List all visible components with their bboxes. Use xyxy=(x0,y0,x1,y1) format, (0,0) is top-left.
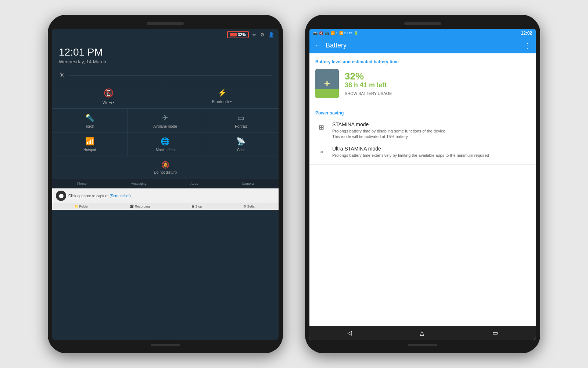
capture-bar: ⬤ Click app icon to capture (Screenshot) xyxy=(52,188,279,203)
brightness-icon: ☀ xyxy=(59,71,65,79)
back-nav-icon[interactable]: ◁ xyxy=(347,329,352,336)
right-phone-screen: 📷 🔇 📺 📶 1 📶 2 LTE 🔋 12:02 ← Battery ⋮ Ba… xyxy=(309,29,536,340)
cast-label: Cast xyxy=(237,148,245,152)
stamina-mode-item[interactable]: ⊞ STAMINA mode Prolongs battery time by … xyxy=(315,118,530,143)
mobile-data-icon: 🌐 xyxy=(161,137,170,146)
status-bar-right: 📷 🔇 📺 📶 1 📶 2 LTE 🔋 12:02 xyxy=(309,29,536,38)
wifi-label: Wi-Fi ▾ xyxy=(103,100,115,105)
wifi-arrow: ▾ xyxy=(113,100,115,104)
brightness-bar[interactable] xyxy=(69,75,272,75)
battery-info-row: + 32% 38 h 41 m left SHOW BATTERY USAGE xyxy=(315,69,530,98)
date-display-left: Wednesday, 14 March xyxy=(59,59,272,64)
ultra-stamina-icon: ∞ xyxy=(315,146,327,158)
left-phone: 32% ✏ ⚙ 👤 12:01 PM Wednesday, 14 March ☀… xyxy=(48,15,283,353)
right-status-icons: 📷 🔇 📺 📶 1 📶 2 LTE 🔋 xyxy=(313,31,358,35)
airplane-label: Airplane mode xyxy=(153,124,177,128)
left-phone-screen: 32% ✏ ⚙ 👤 12:01 PM Wednesday, 14 March ☀… xyxy=(52,29,279,340)
mute-status-icon: 🔇 xyxy=(319,31,323,35)
capture-text: Click app icon to capture (Screenshot) xyxy=(68,194,275,198)
battery-screen-title: Battery xyxy=(326,42,520,49)
power-saving-section: Power saving ⊞ STAMINA mode Prolongs bat… xyxy=(309,105,536,164)
quick-grid: 🔦 Torch ✈ Airplane mode ▭ Portrait 📶 Hot… xyxy=(52,109,279,156)
torch-icon: 🔦 xyxy=(85,113,94,122)
capture-tools: 📁 Folder 🎥 Recording ⏹ Stop ⚙ Setti... xyxy=(52,203,279,210)
battery-section-label: Battery level and estimated battery time xyxy=(315,59,530,64)
home-nav-icon[interactable]: △ xyxy=(420,329,424,336)
recording-tool[interactable]: 🎥 Recording xyxy=(130,205,150,208)
battery-stats: 32% 38 h 41 m left SHOW BATTERY USAGE xyxy=(345,71,530,95)
battery-graphic: + xyxy=(315,69,339,98)
phone-speaker-right xyxy=(404,22,441,25)
stamina-mode-icon: ⊞ xyxy=(315,121,327,133)
nav-apps[interactable]: Apps xyxy=(190,182,198,185)
dnd-label: Do not disturb xyxy=(154,170,177,174)
wifi-off-icon: 📵 xyxy=(104,88,114,98)
camera-status-icon: 📷 xyxy=(313,31,318,35)
portrait-button[interactable]: ▭ Portrait xyxy=(203,109,279,132)
stamina-mode-desc: Prolongs battery time by disabling some … xyxy=(332,128,530,140)
brightness-row: ☀ xyxy=(52,67,279,83)
bluetooth-label: Bluetooth ▾ xyxy=(212,99,232,104)
time-right: 12:02 xyxy=(521,31,532,36)
bluetooth-off-icon: ⚡ xyxy=(218,88,227,97)
back-button[interactable]: ← xyxy=(315,41,322,50)
battery-fill-icon xyxy=(230,33,237,36)
cast-button[interactable]: 📡 Cast xyxy=(203,132,279,156)
airplane-icon: ✈ xyxy=(162,113,168,122)
phone-bottom-right xyxy=(408,344,437,346)
hotspot-button[interactable]: 📶 Hotspot xyxy=(52,132,128,156)
phone-bottom-left xyxy=(151,344,180,346)
nav-phone[interactable]: Phone xyxy=(77,182,87,185)
settings-tool[interactable]: ⚙ Setti... xyxy=(243,205,257,208)
battery-fill-graphic xyxy=(315,89,339,98)
portrait-icon: ▭ xyxy=(237,113,244,122)
battery-right-icon: 🔋 xyxy=(354,31,358,35)
bluetooth-arrow: ▾ xyxy=(230,100,232,103)
ultra-stamina-desc: Prolongs battery time extensively by lim… xyxy=(332,153,530,158)
airplane-mode-button[interactable]: ✈ Airplane mode xyxy=(128,109,203,132)
battery-header: ← Battery ⋮ xyxy=(309,38,536,53)
stamina-mode-info: STAMINA mode Prolongs battery time by di… xyxy=(332,121,530,140)
screenshot-label: (Screenshot) xyxy=(110,194,130,198)
battery-plus-icon: + xyxy=(324,78,330,89)
battery-percent-left: 32% xyxy=(238,32,246,37)
nav-messaging[interactable]: Messaging xyxy=(130,182,147,185)
dnd-icon: 🔕 xyxy=(161,161,169,169)
show-battery-usage-button[interactable]: SHOW BATTERY USAGE xyxy=(345,91,530,96)
quick-toggles-row: 📵 Wi-Fi ▾ ⚡ Bluetooth ▾ xyxy=(52,83,279,109)
dnd-row[interactable]: 🔕 Do not disturb xyxy=(52,156,279,179)
battery-level-section: Battery level and estimated battery time… xyxy=(309,53,536,105)
cast-status-icon: 📺 xyxy=(325,31,329,35)
mobile-data-button[interactable]: 🌐 Mobile data xyxy=(128,132,203,156)
more-options-button[interactable]: ⋮ xyxy=(524,42,531,50)
battery-time-left: 38 h 41 m left xyxy=(345,81,530,89)
edit-icon: ✏ xyxy=(252,32,257,38)
stop-tool[interactable]: ⏹ Stop xyxy=(191,205,202,208)
lte-icon: LTE xyxy=(347,32,352,35)
ultra-stamina-name: Ultra STAMINA mode xyxy=(332,146,530,152)
torch-label: Torch xyxy=(85,124,94,128)
portrait-label: Portrait xyxy=(235,124,247,128)
stamina-mode-name: STAMINA mode xyxy=(332,121,530,127)
folder-tool[interactable]: 📁 Folder xyxy=(74,205,89,208)
hotspot-icon: 📶 xyxy=(85,137,94,146)
notification-area: 12:01 PM Wednesday, 14 March xyxy=(52,40,279,67)
hotspot-label: Hotspot xyxy=(83,148,96,152)
signal2-icon: 📶 2 xyxy=(339,31,346,35)
battery-percent-right: 32% xyxy=(345,71,530,81)
capture-app-icon[interactable]: ⬤ xyxy=(56,191,66,201)
battery-content: Battery level and estimated battery time… xyxy=(309,53,536,326)
phone-speaker-left xyxy=(147,22,184,25)
bottom-nav-left: Phone Messaging Apps Camera xyxy=(52,179,279,188)
user-icon: 👤 xyxy=(268,32,274,38)
signal1-icon: 📶 1 xyxy=(331,31,338,35)
torch-button[interactable]: 🔦 Torch xyxy=(52,109,128,132)
ultra-stamina-mode-item[interactable]: ∞ Ultra STAMINA mode Prolongs battery ti… xyxy=(315,143,530,161)
wifi-toggle[interactable]: 📵 Wi-Fi ▾ xyxy=(52,83,165,109)
recents-nav-icon[interactable]: ▭ xyxy=(492,329,498,336)
bottom-nav-right: ◁ △ ▭ xyxy=(309,326,536,340)
bluetooth-toggle[interactable]: ⚡ Bluetooth ▾ xyxy=(165,83,279,109)
right-phone: 📷 🔇 📺 📶 1 📶 2 LTE 🔋 12:02 ← Battery ⋮ Ba… xyxy=(305,15,540,353)
nav-camera[interactable]: Camera xyxy=(242,182,254,185)
cast-icon: 📡 xyxy=(236,137,245,146)
